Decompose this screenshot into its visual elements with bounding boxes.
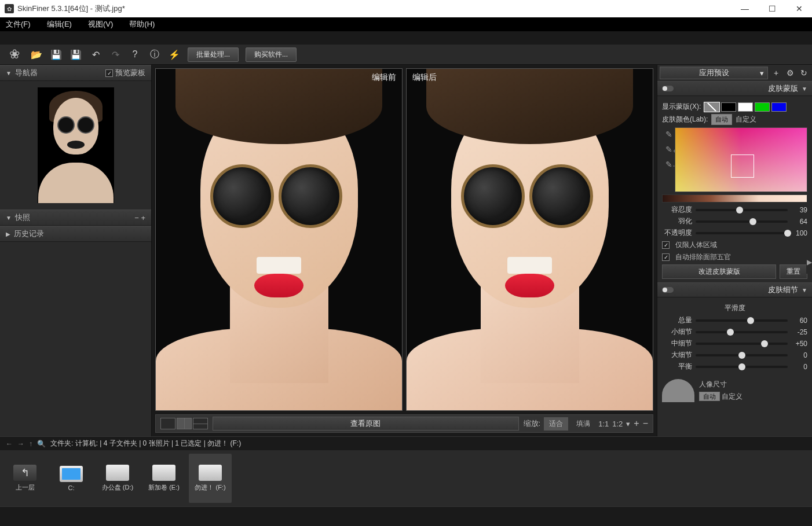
mask-color-swatch[interactable] [738,102,753,112]
show-mask-label: 显示蒙版(X): [662,102,701,112]
only-human-checkbox[interactable]: ✓ [662,241,670,249]
improve-mask-button[interactable]: 改进皮肤蒙版 [662,264,776,279]
large-slider[interactable] [696,354,788,356]
zoom-out-icon[interactable]: − [643,418,648,429]
menu-file[interactable]: 文件(F) [6,19,31,30]
mask-color-swatch[interactable] [704,102,719,112]
nav-up-icon[interactable]: ↑ [29,440,32,448]
search-icon[interactable]: 🔍 [37,440,46,448]
skin-detail-toggle[interactable] [662,287,674,293]
collapse-icon: ▼ [802,86,807,92]
hue-slider[interactable] [662,194,807,203]
drive-item[interactable]: 新加卷 (E:) [142,454,185,503]
balance-value: 0 [791,363,807,371]
title-bar: ✿ SkinFiner 5.3.1[64位] - 测试.jpg* — ☐ ✕ [0,0,812,17]
undo-icon[interactable]: ↶ [89,48,102,61]
skin-color-auto-button[interactable]: 自动 [711,114,732,125]
mask-color-swatch[interactable] [755,102,770,112]
view-split-h-button[interactable] [193,418,208,429]
buy-button[interactable]: 购买软件... [246,47,297,62]
zoom-in-icon[interactable]: + [634,418,639,429]
skin-mask-body: 显示蒙版(X): 皮肤颜色(Lab): 自动 自定义 ✎ ✎₊ ✎₋ 容忍度 3… [657,96,812,282]
mask-color-swatch[interactable] [721,102,736,112]
file-strip: ↰上一层C:办公盘 (D:)新加卷 (E:)勿进！ (F:) [0,450,812,506]
info-icon[interactable]: ⓘ [148,48,161,61]
medium-slider[interactable] [696,343,788,345]
reset-mask-button[interactable]: 重置 [780,264,807,279]
skin-mask-header[interactable]: 皮肤蒙版 ▼ [657,81,812,96]
navigator-header[interactable]: ▼ 导航器 ✓ 预览蒙板 [0,65,151,81]
navigator-body[interactable] [0,81,151,209]
skin-detail-header[interactable]: 皮肤细节 ▼ [657,282,812,297]
portrait-custom-button[interactable]: 自定义 [722,392,742,400]
mask-color-swatch[interactable] [771,102,787,112]
drive-item[interactable]: ↰上一层 [3,454,46,503]
preview-mask-checkbox[interactable]: ✓ [105,69,113,77]
preset-add-icon[interactable]: + [770,67,782,79]
before-view[interactable]: 编辑前 [155,68,403,411]
view-original-button[interactable]: 查看原图 [213,417,519,431]
save-as-icon[interactable]: 💾 [70,48,82,61]
expand-icon: ▶ [6,231,10,237]
opacity-slider[interactable] [696,232,788,234]
drive-item[interactable]: C: [50,454,93,503]
minimize-button[interactable]: — [736,3,754,14]
after-label: 编辑后 [412,72,437,83]
preset-settings-icon[interactable]: ⚙ [784,67,796,79]
balance-slider[interactable] [696,366,788,368]
large-value: 0 [791,351,807,359]
tolerance-slider[interactable] [696,209,788,211]
zoom-fit-button[interactable]: 适合 [544,417,568,431]
save-icon[interactable]: 💾 [50,48,63,61]
feather-label: 羽化 [662,216,692,226]
close-button[interactable]: ✕ [791,3,807,14]
small-value: -25 [791,328,807,336]
menu-edit[interactable]: 编辑(E) [47,19,72,30]
zoom-12-button[interactable]: 1:2 [612,420,623,428]
panel-expand-handle[interactable]: ▶ [806,251,812,274]
app-leaf-icon: ❀ [6,46,23,63]
center-panel: 编辑前 编辑后 查看原图 [152,65,657,436]
after-view[interactable]: 编辑后 [406,68,653,411]
snapshot-header[interactable]: ▼ 快照 − + [0,209,151,226]
minus-icon[interactable]: − [134,214,139,222]
app-logo-icon: ✿ [5,4,14,13]
maximize-button[interactable]: ☐ [764,3,781,14]
drive-label: C: [68,484,75,491]
menu-help[interactable]: 帮助(H) [129,19,155,30]
preset-reset-icon[interactable]: ↻ [798,67,810,79]
nav-back-icon[interactable]: ← [6,440,13,448]
menu-bar: 文件(F) 编辑(E) 视图(V) 帮助(H) [0,17,812,31]
zoom-dropdown-icon[interactable]: ▾ [626,420,630,428]
history-header[interactable]: ▶ 历史记录 [0,226,151,242]
drive-item[interactable]: 勿进！ (F:) [189,454,232,503]
color-picker[interactable] [675,127,807,192]
skin-color-label: 皮肤颜色(Lab): [662,115,708,124]
redo-icon[interactable]: ↷ [109,48,122,61]
smoothness-label: 平滑度 [662,303,807,313]
drive-item[interactable]: 办公盘 (D:) [96,454,139,503]
total-slider[interactable] [696,319,788,322]
plus-icon[interactable]: + [141,214,145,222]
navigator-label: 导航器 [15,68,38,78]
drive-label: 办公盘 (D:) [102,483,133,492]
view-controls: 查看原图 缩放: 适合 填满 1:1 1:2 ▾ + − [155,414,653,433]
skin-color-custom-button[interactable]: 自定义 [736,115,756,124]
view-split-v-button[interactable] [177,418,192,429]
batch-button[interactable]: 批量处理... [188,47,239,62]
small-slider[interactable] [696,331,788,333]
zoom-fill-button[interactable]: 填满 [572,418,595,430]
opacity-label: 不透明度 [662,228,692,238]
exclude-features-checkbox[interactable]: ✓ [662,253,670,261]
portrait-auto-button[interactable]: 自动 [699,392,720,401]
zoom-11-button[interactable]: 1:1 [598,420,609,428]
plug-icon[interactable]: ⚡ [168,48,181,61]
nav-fwd-icon[interactable]: → [17,440,24,448]
view-single-button[interactable] [160,418,175,429]
skin-mask-toggle[interactable] [662,86,674,91]
menu-view[interactable]: 视图(V) [88,19,113,30]
feather-slider[interactable] [696,220,788,223]
open-icon[interactable]: 📂 [30,48,43,61]
help-icon[interactable]: ? [129,48,141,61]
preset-dropdown[interactable]: 应用预设 [660,67,768,79]
